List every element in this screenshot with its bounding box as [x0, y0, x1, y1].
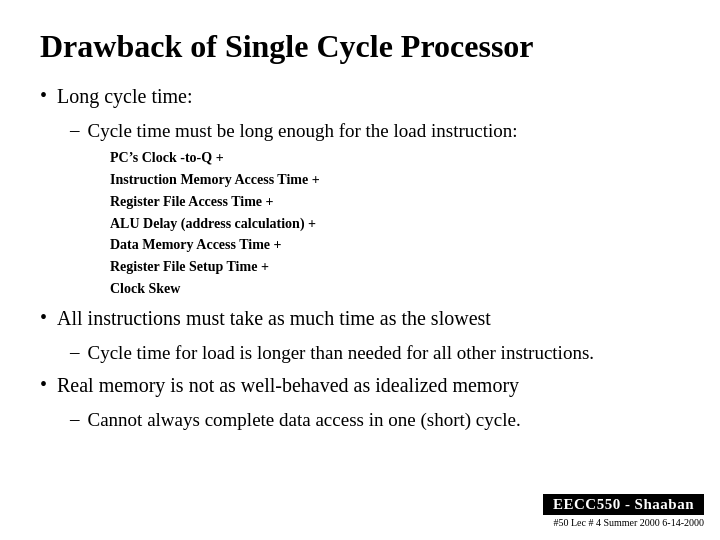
detail-item-1: PC’s Clock -to-Q +	[110, 147, 680, 169]
sub-dash-2: –	[70, 341, 80, 363]
sub-text-1: Cycle time must be long enough for the l…	[88, 119, 518, 144]
main-content: • Long cycle time: – Cycle time must be …	[40, 83, 680, 520]
bullet-text-2: All instructions must take as much time …	[57, 305, 491, 331]
list-item: • Real memory is not as well-behaved as …	[40, 372, 680, 433]
list-item: • All instructions must take as much tim…	[40, 305, 680, 366]
detail-item-6: Register File Setup Time +	[110, 256, 680, 278]
footer-badge: EECC550 - Shaaban	[543, 494, 704, 515]
sub-dash-3: –	[70, 408, 80, 430]
bullet-item-3: • Real memory is not as well-behaved as …	[40, 372, 680, 398]
sub-text-2: Cycle time for load is longer than neede…	[88, 341, 595, 366]
detail-list: PC’s Clock -to-Q + Instruction Memory Ac…	[110, 147, 680, 299]
sub-bullet-2: – Cycle time for load is longer than nee…	[70, 341, 680, 366]
sub-dash-1: –	[70, 119, 80, 141]
detail-item-3: Register File Access Time +	[110, 191, 680, 213]
footer: EECC550 - Shaaban #50 Lec # 4 Summer 200…	[543, 494, 704, 528]
slide-title: Drawback of Single Cycle Processor	[40, 28, 680, 65]
detail-item-2: Instruction Memory Access Time +	[110, 169, 680, 191]
bullet-dot-2: •	[40, 306, 47, 329]
sub-bullet-1: – Cycle time must be long enough for the…	[70, 119, 680, 144]
detail-item-5: Data Memory Access Time +	[110, 234, 680, 256]
bullet-dot-1: •	[40, 84, 47, 107]
bullet-item-1: • Long cycle time:	[40, 83, 680, 109]
bullet-item-2: • All instructions must take as much tim…	[40, 305, 680, 331]
sub-text-3: Cannot always complete data access in on…	[88, 408, 521, 433]
sub-bullet-3: – Cannot always complete data access in …	[70, 408, 680, 433]
detail-item-7: Clock Skew	[110, 278, 680, 300]
bullet-dot-3: •	[40, 373, 47, 396]
footer-sub: #50 Lec # 4 Summer 2000 6-14-2000	[553, 517, 704, 528]
bullet-text-3: Real memory is not as well-behaved as id…	[57, 372, 519, 398]
detail-item-4: ALU Delay (address calculation) +	[110, 213, 680, 235]
slide: Drawback of Single Cycle Processor • Lon…	[0, 0, 720, 540]
bullet-text-1: Long cycle time:	[57, 83, 193, 109]
bullet-list: • Long cycle time: – Cycle time must be …	[40, 83, 680, 433]
list-item: • Long cycle time: – Cycle time must be …	[40, 83, 680, 300]
